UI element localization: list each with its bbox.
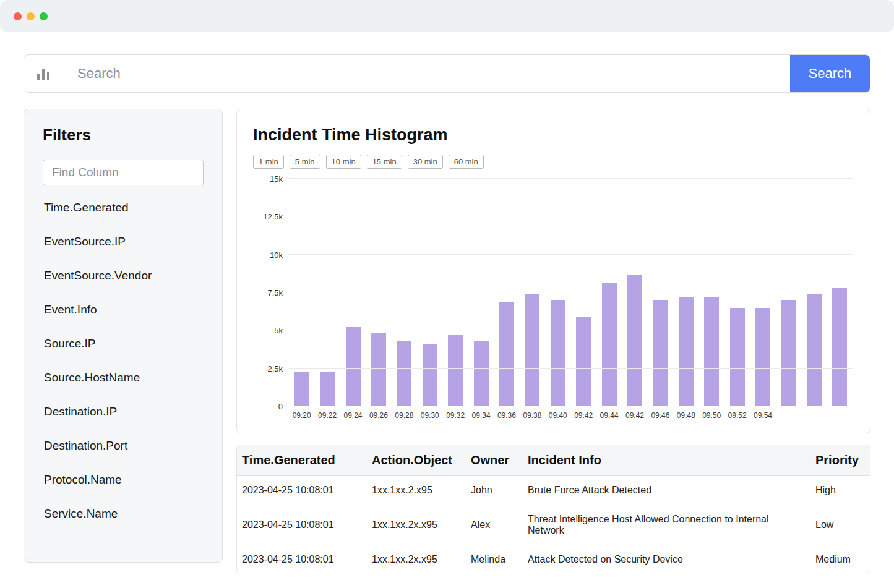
minimize-button[interactable] [27,12,35,20]
bar-rect [525,294,539,406]
column-header: Time.Generated [237,445,367,476]
histogram-bar[interactable] [468,179,494,406]
filter-item[interactable]: Protocol.Name [43,461,204,495]
interval-button[interactable]: 30 min [408,155,443,169]
chart-bars [289,179,853,406]
filter-item[interactable]: EventSource.IP [43,223,204,257]
histogram-bar[interactable] [622,179,647,406]
y-axis-tick-label: 7.5k [253,288,283,297]
table-cell: Threat Intelligence Host Allowed Connect… [523,505,810,545]
column-header: Priority [810,445,870,476]
filter-item[interactable]: Time.Generated [43,189,204,223]
histogram-bar[interactable] [494,179,519,406]
filters-title: Filters [43,126,204,145]
x-axis-tick-label [776,411,801,420]
x-axis-tick-label: 09:32 [442,411,468,420]
bar-rect [448,335,463,406]
table-cell: High [810,476,870,505]
filter-item[interactable]: Source.IP [43,325,204,359]
table-row[interactable]: 2023-04-25 10:08:011xx.1xx.2x.x95AlexThr… [237,505,870,545]
interval-button[interactable]: 60 min [449,155,484,169]
table-header-row: Time.GeneratedAction.ObjectOwnerIncident… [237,445,870,476]
histogram-bar[interactable] [289,179,314,406]
x-axis-tick-label [801,411,827,420]
column-header: Owner [466,445,523,476]
histogram-bar[interactable] [648,179,673,406]
filter-item[interactable]: Service.Name [43,495,204,529]
histogram-bar[interactable] [545,179,570,406]
histogram-bar[interactable] [392,179,417,406]
bar-rect [346,327,361,406]
histogram-bar[interactable] [776,179,801,406]
x-axis-tick-label: 09:20 [289,411,314,420]
table-cell: 1xx.1xx.2x.x95 [367,545,466,574]
histogram-bar[interactable] [570,179,596,406]
histogram-bar[interactable] [596,179,622,406]
histogram-icon-button[interactable] [24,55,62,92]
histogram-bar[interactable] [827,179,853,406]
search-input[interactable] [62,55,790,92]
search-button[interactable]: Search [790,55,870,92]
gridline [289,216,853,216]
zoom-button[interactable] [40,12,48,20]
filter-item[interactable]: Source.HostName [43,359,204,393]
filters-sidebar: Filters Time.GeneratedEventSource.IPEven… [24,109,223,563]
table-row[interactable]: 2023-04-25 10:08:011xx.1xx.2.x95JohnBrut… [237,476,870,505]
bar-rect [499,302,514,406]
x-axis-tick-label: 09:28 [392,411,417,420]
interval-button[interactable]: 10 min [326,155,361,169]
x-axis-tick-label: 09:40 [545,411,570,420]
y-axis-tick-label: 15k [253,174,283,184]
histogram-bar[interactable] [340,179,366,406]
chart-plot-area: 15k12.5k10k7.5k5k2.5k0 [289,179,853,406]
table-cell: Brute Force Attack Detected [523,476,810,505]
histogram-bar[interactable] [673,179,698,406]
search-bar: Search [24,54,870,93]
histogram-bar[interactable] [366,179,391,406]
main-content: Filters Time.GeneratedEventSource.IPEven… [24,109,870,574]
table-row[interactable]: 2023-04-25 10:08:011xx.1xx.2x.x95Melinda… [237,545,870,574]
filter-item[interactable]: Event.Info [43,291,204,325]
table-cell: Alex [466,505,523,545]
histogram-bar[interactable] [699,179,724,406]
filter-list: Time.GeneratedEventSource.IPEventSource.… [43,189,204,529]
histogram-bar[interactable] [724,179,750,406]
bar-rect [320,372,335,406]
filter-item[interactable]: Destination.Port [43,427,204,461]
filter-item[interactable]: Destination.IP [43,393,204,427]
histogram-bar[interactable] [801,179,827,406]
bar-rect [423,344,437,406]
bar-rect [781,300,796,406]
x-axis-tick-label: 09:36 [494,411,519,420]
interval-button[interactable]: 1 min [253,155,284,169]
y-axis-tick-label: 12.5k [253,212,283,221]
bar-rect [397,341,411,406]
histogram-bar[interactable] [442,179,468,406]
x-axis-tick-label: 09:54 [750,411,775,420]
find-column-input[interactable] [43,160,204,185]
bar-rect [807,294,822,406]
histogram-bar[interactable] [520,179,545,406]
interval-button[interactable]: 15 min [367,155,402,169]
bar-rect [832,288,847,406]
histogram-bar[interactable] [750,179,775,406]
bar-rect [294,372,309,406]
table-cell: 1xx.1xx.2x.x95 [367,505,466,545]
filter-item[interactable]: EventSource.Vendor [43,257,204,291]
histogram-bar[interactable] [417,179,442,406]
bar-rect [371,333,386,406]
histogram-chart: 15k12.5k10k7.5k5k2.5k0 09:2009:2209:2409… [289,179,853,420]
table-cell: Attack Detected on Security Device [523,545,810,574]
interval-button[interactable]: 5 min [290,155,320,169]
close-button[interactable] [14,12,22,20]
x-axis-labels: 09:2009:2209:2409:2609:2809:3009:3209:34… [289,411,853,420]
table-cell: 2023-04-25 10:08:01 [237,476,367,505]
x-axis-tick-label: 09:26 [366,411,391,420]
gridline [289,330,853,330]
x-axis-tick-label: 09:52 [724,411,750,420]
table-cell: John [466,476,523,505]
bar-rect [679,297,694,406]
bar-rect [602,283,617,406]
histogram-bar[interactable] [314,179,340,406]
bar-rect [627,275,642,406]
